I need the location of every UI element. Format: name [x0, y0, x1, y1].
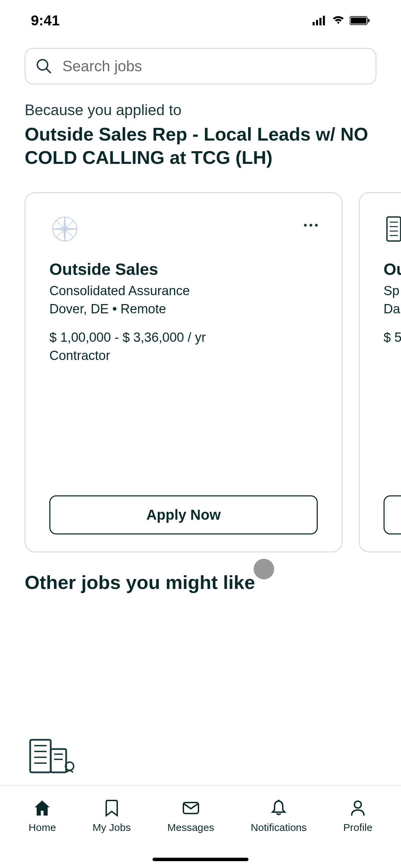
- company-logo-icon: [384, 214, 401, 244]
- cellular-icon: [313, 16, 327, 25]
- nav-label: My Jobs: [93, 822, 131, 833]
- home-indicator[interactable]: [153, 858, 248, 861]
- nav-label: Profile: [343, 822, 373, 833]
- svg-rect-25: [51, 749, 66, 772]
- bottom-nav: Home My Jobs Messages Notifications Prof…: [0, 785, 401, 868]
- svg-rect-0: [313, 22, 315, 25]
- job-location: Dover, DE • Remote: [49, 302, 318, 316]
- more-options-button[interactable]: [304, 214, 318, 227]
- status-time: 9:41: [31, 12, 60, 29]
- svg-rect-6: [368, 19, 369, 22]
- svg-rect-20: [30, 740, 51, 772]
- nav-home[interactable]: Home: [28, 798, 56, 833]
- card-header: [49, 214, 318, 244]
- nav-profile[interactable]: Profile: [343, 798, 373, 833]
- svg-rect-3: [323, 16, 325, 25]
- status-bar: 9:41: [0, 0, 401, 38]
- recommendation-header: Because you applied to Outside Sales Rep…: [0, 101, 401, 169]
- apply-button[interactable]: Apply Now: [384, 495, 401, 534]
- other-job-card-peek[interactable]: [27, 737, 75, 776]
- home-icon: [33, 798, 52, 818]
- job-salary: $ 5: [384, 330, 401, 345]
- job-salary: $ 1,00,000 - $ 3,36,000 / yr: [49, 330, 318, 345]
- job-type: Contractor: [49, 348, 318, 363]
- svg-rect-1: [316, 20, 318, 25]
- status-icons: [313, 16, 370, 25]
- job-card[interactable]: Outside Sales Consolidated Assurance Dov…: [25, 192, 342, 552]
- profile-icon: [348, 798, 367, 818]
- applied-title: Outside Sales Rep - Local Leads w/ NO CO…: [25, 123, 376, 169]
- company-logo-icon: [49, 214, 80, 244]
- other-jobs-title: Other jobs you might like: [25, 571, 376, 593]
- svg-rect-2: [319, 18, 321, 25]
- bookmark-icon: [102, 798, 121, 818]
- loading-indicator-icon: [254, 559, 274, 579]
- svg-line-8: [46, 69, 50, 73]
- nav-label: Notifications: [251, 822, 307, 833]
- other-jobs-header: Other jobs you might like: [0, 552, 401, 593]
- nav-label: Messages: [167, 822, 214, 833]
- nav-my-jobs[interactable]: My Jobs: [93, 798, 131, 833]
- svg-rect-15: [387, 217, 401, 241]
- job-card[interactable]: Outside Sales Representative Sp Da $ 5 A…: [359, 192, 401, 552]
- wifi-icon: [332, 16, 345, 25]
- applied-label: Because you applied to: [25, 101, 376, 119]
- building-icon: [27, 737, 75, 775]
- apply-button[interactable]: Apply Now: [49, 495, 318, 534]
- job-cards-carousel[interactable]: Outside Sales Consolidated Assurance Dov…: [0, 169, 401, 552]
- nav-messages[interactable]: Messages: [167, 798, 214, 833]
- svg-rect-5: [351, 17, 366, 24]
- svg-point-30: [354, 801, 361, 808]
- search-placeholder: Search jobs: [62, 58, 142, 75]
- search-icon: [36, 58, 52, 74]
- job-location: Da: [384, 302, 401, 316]
- search-container: Search jobs: [25, 48, 376, 84]
- job-company: Sp: [384, 284, 401, 298]
- job-title: Outside Sales: [49, 260, 318, 279]
- bell-icon: [269, 798, 288, 818]
- job-company: Consolidated Assurance: [49, 284, 318, 298]
- nav-label: Home: [28, 822, 56, 833]
- search-input[interactable]: Search jobs: [25, 48, 376, 84]
- battery-icon: [350, 16, 370, 25]
- mail-icon: [181, 798, 200, 818]
- nav-notifications[interactable]: Notifications: [251, 798, 307, 833]
- card-header: [384, 214, 401, 244]
- job-title: Outside Sales Representative: [384, 260, 401, 279]
